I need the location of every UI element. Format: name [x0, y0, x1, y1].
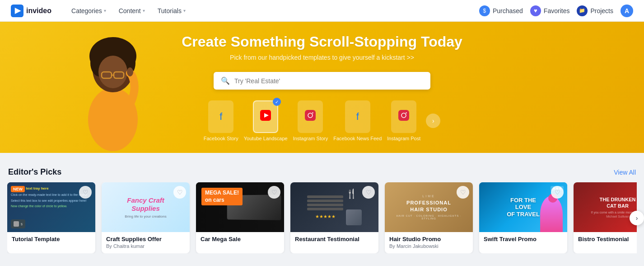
- hair-main: PROFESSIONALHAIR STUDIO: [406, 200, 451, 213]
- format-instagram-post[interactable]: Instagram Post: [387, 100, 420, 141]
- avatar[interactable]: A: [621, 5, 633, 17]
- card-title-travel: Swift Travel Promo: [484, 236, 563, 242]
- favorite-button-hair[interactable]: ♡: [457, 186, 469, 199]
- folder-icon: 📁: [577, 5, 588, 16]
- format-instagram-story[interactable]: Instagram Story: [293, 100, 328, 141]
- view-all-button[interactable]: View All: [614, 169, 636, 176]
- logo-text: invideo: [26, 7, 51, 15]
- search-icon: 🔍: [221, 76, 230, 85]
- search-bar[interactable]: 🔍: [214, 72, 430, 90]
- nav-tutorials[interactable]: Tutorials ▾: [152, 0, 191, 22]
- card-info-craft: Craft Supplies Offer By Chaitra kumar: [102, 232, 190, 253]
- hero-content: Create Something Scroll-Stopping Today P…: [182, 33, 462, 141]
- card-info-car: Car Mega Sale: [196, 232, 284, 248]
- card-author-hair: By Marcin Jakubowski: [389, 243, 468, 249]
- card-title-restaurant: Restaurant Testimonial: [295, 236, 374, 242]
- svg-point-2: [88, 88, 138, 151]
- favorite-button-restaurant[interactable]: ♡: [362, 186, 375, 199]
- format-facebook-newsfeed[interactable]: f Facebook News Feed: [333, 100, 382, 141]
- favorite-button-craft[interactable]: ♡: [173, 186, 186, 199]
- svg-point-5: [90, 49, 108, 76]
- projects-button[interactable]: 📁 Projects: [577, 5, 613, 16]
- craft-sub: Bring life to your creations: [125, 214, 167, 218]
- card-info-bistro: Bistro Testimonial: [574, 232, 637, 248]
- card-thumb-travel: FOR THELOVEOF TRAVEL ★★★ ♡: [479, 182, 567, 232]
- facebook-icon: f: [219, 111, 222, 123]
- favorites-button[interactable]: ♥ Favorites: [530, 5, 570, 16]
- youtube-icon: [260, 110, 271, 124]
- svg-point-4: [89, 37, 136, 75]
- svg-rect-14: [305, 110, 316, 121]
- travel-text: FOR THELOVEOF TRAVEL: [507, 197, 540, 218]
- card-title-bistro: Bistro Testimonial: [578, 236, 637, 242]
- svg-point-11: [127, 67, 133, 76]
- card-title-craft: Craft Supplies Offer: [106, 236, 185, 242]
- editors-picks-section: Editor's Picks View All Find the text tr…: [7, 158, 637, 259]
- card-car[interactable]: MEGA SALE!on cars ♡ Car Mega Sale: [196, 182, 284, 253]
- svg-rect-8: [102, 72, 112, 78]
- card-hair[interactable]: LIME PROFESSIONALHAIR STUDIO HAIR CUT · …: [385, 182, 473, 253]
- svg-point-19: [406, 112, 407, 113]
- card-bistro[interactable]: THE DRUNKENCAT BAR If you come with a sm…: [574, 182, 637, 253]
- card-thumb-restaurant: ★★★★★ 🍴 ♡: [290, 182, 378, 232]
- chevron-down-icon: ▾: [183, 8, 186, 13]
- favorite-button-car[interactable]: ♡: [268, 186, 280, 199]
- hero-person: [63, 22, 163, 153]
- card-info-tutorial: Tutorial Template: [7, 232, 95, 248]
- format-card-facebook-story: f: [208, 100, 233, 133]
- person-illustration: [63, 22, 163, 151]
- card-thumb-car: MEGA SALE!on cars ♡: [196, 182, 284, 232]
- favorite-button-travel[interactable]: ♡: [551, 186, 564, 199]
- card-thumb-craft: Fancy CraftSupplies Bring life to your c…: [102, 182, 190, 232]
- nav-categories[interactable]: Categories ▾: [66, 0, 112, 22]
- card-info-restaurant: Restaurant Testimonial: [290, 232, 378, 248]
- navbar: invideo Categories ▾ Content ▾ Tutorials…: [0, 0, 644, 22]
- format-youtube-landscape[interactable]: ✓ Youtube Landscape: [244, 100, 288, 141]
- hero-title: Create Something Scroll-Stopping Today: [182, 33, 462, 50]
- card-info-travel: Swift Travel Promo: [479, 232, 567, 248]
- card-craft[interactable]: Fancy CraftSupplies Bring life to your c…: [102, 182, 190, 253]
- bistro-text: If you come with a smile more about...: [591, 211, 637, 214]
- search-input[interactable]: [234, 77, 423, 85]
- hero-banner: Create Something Scroll-Stopping Today P…: [0, 22, 644, 153]
- cards-next-button[interactable]: ›: [630, 211, 644, 225]
- svg-point-3: [93, 47, 133, 92]
- restaurant-text: [307, 195, 343, 210]
- card-title-tutorial: Tutorial Template: [12, 236, 91, 242]
- format-card-instagram-story: [298, 100, 323, 133]
- card-thumb-tutorial: Find the text tray here Click on the rea…: [7, 182, 95, 232]
- hair-sub: HAIR CUT · COLORING · HIGHLIGHTS · STYLI…: [388, 214, 469, 220]
- craft-title: Fancy CraftSupplies: [127, 196, 164, 213]
- bistro-title: THE DRUNKENCAT BAR: [599, 196, 635, 209]
- chevron-down-icon: ▾: [143, 8, 145, 13]
- nav-menu: Categories ▾ Content ▾ Tutorials ▾: [66, 0, 479, 22]
- card-tutorial[interactable]: Find the text tray here Click on the rea…: [7, 182, 95, 253]
- facebook-icon-2: f: [356, 111, 359, 123]
- nav-content[interactable]: Content ▾: [113, 0, 150, 22]
- format-label-youtube-landscape: Youtube Landscape: [244, 136, 288, 141]
- purchased-button[interactable]: $ Purchased: [479, 5, 523, 16]
- format-label-facebook-newsfeed: Facebook News Feed: [333, 136, 382, 141]
- card-thumb-hair: LIME PROFESSIONALHAIR STUDIO HAIR CUT · …: [385, 182, 473, 232]
- cards-row: Find the text tray here Click on the rea…: [7, 182, 637, 253]
- card-author-craft: By Chaitra kumar: [106, 243, 185, 249]
- svg-point-6: [117, 49, 135, 76]
- svg-point-16: [313, 112, 313, 113]
- purchased-icon: $: [479, 5, 490, 16]
- svg-rect-9: [114, 72, 124, 78]
- logo[interactable]: invideo: [11, 5, 51, 17]
- format-card-instagram-post: [391, 100, 416, 133]
- svg-rect-17: [398, 110, 409, 121]
- formats-next-button[interactable]: ›: [426, 114, 440, 128]
- navbar-actions: $ Purchased ♥ Favorites 📁 Projects A: [479, 5, 633, 17]
- card-title-hair: Hair Studio Promo: [389, 236, 468, 242]
- card-thumb-bistro: THE DRUNKENCAT BAR If you come with a sm…: [574, 182, 637, 232]
- instagram-icon-2: [398, 110, 409, 124]
- card-travel[interactable]: FOR THELOVEOF TRAVEL ★★★ ♡ Swift Travel …: [479, 182, 567, 253]
- favorite-button-tutorial[interactable]: ♡: [79, 186, 92, 199]
- format-facebook-story[interactable]: f Facebook Story: [204, 100, 238, 141]
- logo-icon: [11, 5, 23, 17]
- main-content: Editor's Picks View All Find the text tr…: [0, 153, 644, 264]
- format-check-icon: ✓: [273, 98, 281, 106]
- card-restaurant[interactable]: ★★★★★ 🍴 ♡: [290, 182, 378, 253]
